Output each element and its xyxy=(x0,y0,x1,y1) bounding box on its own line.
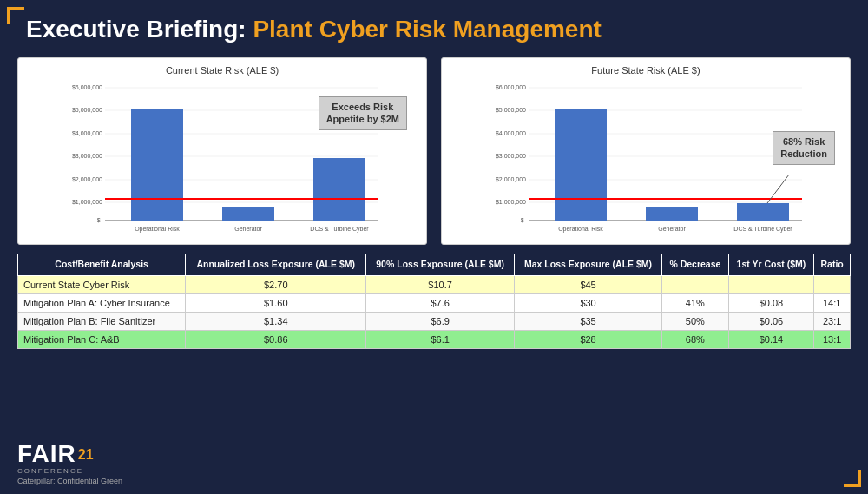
left-chart-container: Current State Risk (ALE $) $6,000,000 $5… xyxy=(17,57,427,245)
row-ale: $2.70 xyxy=(186,275,366,293)
row-90loss: $6.1 xyxy=(366,330,515,348)
left-chart-callout: Exceeds RiskAppetite by $2M xyxy=(319,96,407,130)
left-chart-title: Current State Risk (ALE $) xyxy=(29,65,416,76)
row-90loss: $10.7 xyxy=(366,275,515,293)
left-chart-area: $6,000,000 $5,000,000 $4,000,000 $3,000,… xyxy=(29,79,416,235)
svg-text:$4,000,000: $4,000,000 xyxy=(496,130,526,136)
header-highlight: Plant Cyber Risk Management xyxy=(253,16,601,43)
row-pct xyxy=(662,275,729,293)
page-header: Executive Briefing: Plant Cyber Risk Man… xyxy=(0,0,868,52)
table-row: Mitigation Plan C: A&B $0.86 $6.1 $28 68… xyxy=(18,330,851,348)
row-label: Mitigation Plan A: Cyber Insurance xyxy=(18,293,186,312)
row-maxloss: $35 xyxy=(514,312,661,330)
col-header-90loss: 90% Loss Exposure (ALE $M) xyxy=(366,254,515,276)
svg-text:$2,000,000: $2,000,000 xyxy=(72,176,102,182)
fair-logo: FAIR 21 xyxy=(17,442,122,466)
svg-text:$4,000,000: $4,000,000 xyxy=(72,130,102,136)
row-pct: 50% xyxy=(662,312,729,330)
table-row: Current State Cyber Risk $2.70 $10.7 $45 xyxy=(18,275,851,293)
row-90loss: $7.6 xyxy=(366,293,515,312)
svg-rect-16 xyxy=(313,158,365,221)
svg-text:$3,000,000: $3,000,000 xyxy=(72,153,102,159)
row-cost: $0.08 xyxy=(728,293,814,312)
svg-text:$1,000,000: $1,000,000 xyxy=(72,199,102,205)
right-chart-area: $6,000,000 $5,000,000 $4,000,000 $3,000,… xyxy=(452,79,839,235)
row-ale: $0.86 xyxy=(186,330,366,348)
svg-text:$3,000,000: $3,000,000 xyxy=(496,153,526,159)
table-row: Mitigation Plan A: Cyber Insurance $1.60… xyxy=(18,293,851,312)
row-ratio xyxy=(814,275,851,293)
table-section: Cost/Benefit Analysis Annualized Loss Ex… xyxy=(17,254,851,349)
right-chart-callout: 68% RiskReduction xyxy=(773,131,835,165)
svg-text:Operational Risk: Operational Risk xyxy=(135,226,180,233)
table-row: Mitigation Plan B: File Sanitizer $1.34 … xyxy=(18,312,851,330)
corner-decoration-tl xyxy=(7,7,24,24)
row-maxloss: $45 xyxy=(514,275,661,293)
conference-text: CONFERENCE xyxy=(17,467,122,475)
svg-text:$5,000,000: $5,000,000 xyxy=(72,107,102,113)
footer: FAIR 21 CONFERENCE Caterpillar: Confiden… xyxy=(17,442,122,485)
svg-text:$1,000,000: $1,000,000 xyxy=(496,199,526,205)
row-label: Mitigation Plan C: A&B xyxy=(18,330,186,348)
svg-rect-37 xyxy=(737,203,789,221)
confidential-text: Caterpillar: Confidential Green xyxy=(17,477,122,485)
cost-benefit-table: Cost/Benefit Analysis Annualized Loss Ex… xyxy=(17,254,851,349)
svg-text:$-: $- xyxy=(521,217,527,223)
row-label: Current State Cyber Risk xyxy=(18,275,186,293)
col-header-ratio: Ratio xyxy=(814,254,851,276)
right-chart-title: Future State Risk (ALE $) xyxy=(452,65,839,76)
svg-text:$6,000,000: $6,000,000 xyxy=(496,84,526,90)
svg-rect-14 xyxy=(131,109,183,221)
row-ratio: 13:1 xyxy=(814,330,851,348)
row-maxloss: $30 xyxy=(514,293,661,312)
col-header-cost: 1st Yr Cost ($M) xyxy=(728,254,814,276)
fair-21-text: 21 xyxy=(78,447,94,463)
row-ale: $1.34 xyxy=(186,312,366,330)
row-pct: 68% xyxy=(662,330,729,348)
svg-text:$5,000,000: $5,000,000 xyxy=(496,107,526,113)
header-prefix: Executive Briefing: xyxy=(26,16,253,43)
row-cost xyxy=(728,275,814,293)
row-cost: $0.06 xyxy=(728,312,814,330)
svg-rect-35 xyxy=(555,109,607,221)
row-ratio: 23:1 xyxy=(814,312,851,330)
row-90loss: $6.9 xyxy=(366,312,515,330)
svg-text:Operational Risk: Operational Risk xyxy=(558,226,603,233)
col-header-pct: % Decrease xyxy=(662,254,729,276)
fair-text: FAIR xyxy=(17,442,76,466)
col-header-maxloss: Max Loss Exposure (ALE $M) xyxy=(514,254,661,276)
row-label: Mitigation Plan B: File Sanitizer xyxy=(18,312,186,330)
row-ale: $1.60 xyxy=(186,293,366,312)
svg-text:DCS & Turbine Cyber: DCS & Turbine Cyber xyxy=(733,226,792,233)
svg-text:$-: $- xyxy=(97,217,103,223)
right-chart-container: Future State Risk (ALE $) $6,000,000 $5,… xyxy=(441,57,851,245)
svg-text:Generator: Generator xyxy=(234,226,262,232)
col-header-ale: Annualized Loss Exposure (ALE $M) xyxy=(186,254,366,276)
svg-rect-36 xyxy=(646,207,698,221)
col-header-label: Cost/Benefit Analysis xyxy=(18,254,186,276)
svg-text:Generator: Generator xyxy=(658,226,686,232)
row-ratio: 14:1 xyxy=(814,293,851,312)
svg-text:DCS & Turbine Cyber: DCS & Turbine Cyber xyxy=(310,226,369,233)
svg-rect-15 xyxy=(222,207,274,221)
charts-row: Current State Risk (ALE $) $6,000,000 $5… xyxy=(0,57,868,245)
row-pct: 41% xyxy=(662,293,729,312)
row-cost: $0.14 xyxy=(728,330,814,348)
corner-decoration-br xyxy=(844,470,861,487)
svg-text:$2,000,000: $2,000,000 xyxy=(496,176,526,182)
row-maxloss: $28 xyxy=(514,330,661,348)
svg-text:$6,000,000: $6,000,000 xyxy=(72,84,102,90)
